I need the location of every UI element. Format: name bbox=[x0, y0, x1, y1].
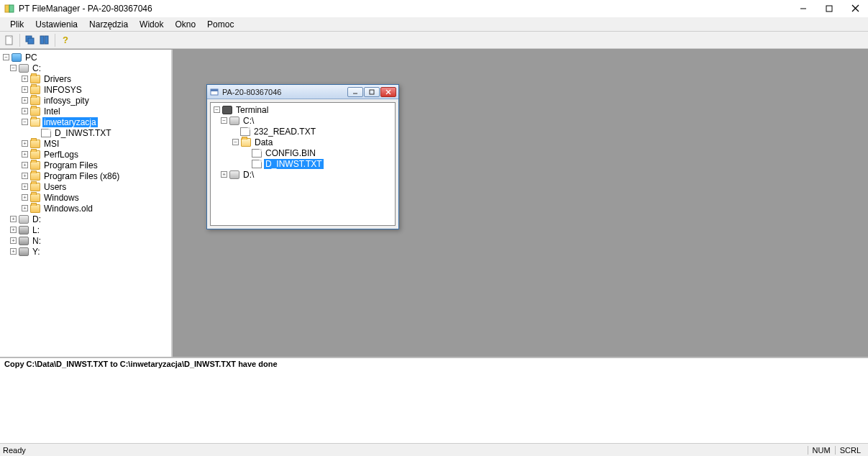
tree-node-pc[interactable]: − PC bbox=[1, 52, 170, 63]
expand-icon[interactable]: + bbox=[22, 86, 28, 93]
tree-node-c-drive[interactable]: − C: bbox=[1, 63, 170, 73]
menu-tools[interactable]: Narzędzia bbox=[83, 18, 134, 31]
menu-view[interactable]: Widok bbox=[134, 18, 169, 31]
mdi-workspace: PA-20-80367046 − Terminal bbox=[173, 50, 868, 357]
collapse-icon[interactable]: − bbox=[221, 117, 227, 124]
minimize-button[interactable] bbox=[790, 0, 816, 17]
expand-icon[interactable]: + bbox=[10, 227, 17, 233]
expand-icon[interactable]: + bbox=[10, 237, 17, 244]
remote-tree-pane[interactable]: − Terminal − C:\ bbox=[210, 102, 396, 226]
tree-node-d-drive[interactable]: +D:\ bbox=[212, 169, 393, 180]
tree-node-d-drive[interactable]: +D: bbox=[1, 214, 170, 224]
window-titlebar: PT FileManager - PA-20-80367046 bbox=[0, 0, 868, 17]
tree-label: MSI bbox=[42, 139, 60, 149]
cascade-button[interactable] bbox=[24, 34, 37, 47]
child-window[interactable]: PA-20-80367046 − Terminal bbox=[206, 84, 399, 229]
tree-node-file[interactable]: 232_READ.TXT bbox=[212, 126, 393, 137]
child-minimize-button[interactable] bbox=[347, 87, 363, 97]
tree-label: Program Files bbox=[42, 160, 99, 170]
tree-label: Intel bbox=[42, 106, 62, 117]
collapse-icon[interactable]: − bbox=[22, 119, 28, 125]
folder-icon bbox=[30, 150, 40, 159]
tile-button[interactable] bbox=[38, 34, 51, 47]
tree-node-folder-selected[interactable]: −inwetaryzacja bbox=[1, 117, 170, 127]
tree-label: CONFIG.BIN bbox=[264, 148, 317, 158]
expand-icon[interactable]: + bbox=[221, 171, 227, 178]
folder-icon bbox=[30, 193, 40, 202]
tree-node-folder[interactable]: +Windows.old bbox=[1, 203, 170, 214]
new-button[interactable] bbox=[3, 34, 16, 47]
collapse-icon[interactable]: − bbox=[214, 106, 220, 113]
collapse-icon[interactable]: − bbox=[232, 139, 239, 145]
app-icon bbox=[4, 4, 14, 14]
expand-icon[interactable]: + bbox=[22, 205, 28, 211]
tree-label: D_INWST.TXT bbox=[264, 159, 324, 169]
tree-node-file[interactable]: CONFIG.BIN bbox=[212, 147, 393, 158]
menu-settings[interactable]: Ustawienia bbox=[29, 18, 83, 31]
expand-icon[interactable]: + bbox=[22, 183, 28, 190]
tree-label: inwetaryzacja bbox=[42, 117, 98, 127]
tree-node-c-drive[interactable]: − C:\ bbox=[212, 115, 393, 126]
status-num: NUM bbox=[808, 446, 835, 455]
tree-label: D:\ bbox=[242, 170, 255, 180]
close-button[interactable] bbox=[842, 0, 868, 17]
tree-node-terminal[interactable]: − Terminal bbox=[212, 104, 393, 115]
expand-icon[interactable]: + bbox=[22, 194, 28, 201]
tree-node-folder[interactable]: +Drivers bbox=[1, 73, 170, 84]
svg-rect-11 bbox=[45, 36, 48, 44]
expand-icon[interactable]: + bbox=[22, 108, 28, 114]
tree-node-folder[interactable]: +Program Files bbox=[1, 160, 170, 170]
menu-help[interactable]: Pomoc bbox=[201, 18, 239, 31]
expand-icon[interactable]: + bbox=[22, 76, 28, 82]
expand-icon[interactable]: + bbox=[10, 248, 17, 255]
help-button[interactable]: ? bbox=[59, 34, 72, 47]
tree-node-folder[interactable]: +Program Files (x86) bbox=[1, 170, 170, 181]
tree-node-folder[interactable]: +infosys_pity bbox=[1, 95, 170, 106]
file-icon bbox=[252, 149, 262, 158]
tree-node-folder[interactable]: +Intel bbox=[1, 106, 170, 117]
network-drive-icon bbox=[19, 247, 29, 256]
collapse-icon[interactable]: − bbox=[3, 54, 9, 60]
tree-node-y-drive[interactable]: +Y: bbox=[1, 246, 170, 257]
expand-icon[interactable]: + bbox=[22, 97, 28, 104]
main-area: − PC − C: +Drivers +INFOSYS bbox=[0, 49, 868, 357]
tree-label: INFOSYS bbox=[42, 85, 83, 95]
tree-label: Windows.old bbox=[42, 204, 94, 214]
svg-rect-13 bbox=[211, 89, 218, 91]
tree-node-file[interactable]: D_INWST.TXT bbox=[1, 127, 170, 138]
expand-icon[interactable]: + bbox=[22, 151, 28, 158]
svg-rect-9 bbox=[28, 38, 34, 44]
expand-icon[interactable]: + bbox=[10, 216, 17, 222]
tree-label: C:\ bbox=[242, 116, 255, 126]
tree-node-folder[interactable]: +PerfLogs bbox=[1, 149, 170, 160]
log-pane[interactable]: Copy C:\Data\D_INWST.TXT to C:\inwetaryz… bbox=[0, 357, 868, 443]
menu-window[interactable]: Okno bbox=[169, 18, 201, 31]
expand-icon[interactable]: + bbox=[22, 162, 28, 168]
svg-rect-3 bbox=[826, 6, 832, 12]
child-maximize-button[interactable] bbox=[364, 87, 380, 97]
tree-label: 232_READ.TXT bbox=[252, 127, 317, 137]
local-tree-pane[interactable]: − PC − C: +Drivers +INFOSYS bbox=[0, 50, 173, 357]
tree-node-file-selected[interactable]: D_INWST.TXT bbox=[212, 158, 393, 169]
tree-node-folder[interactable]: −Data bbox=[212, 137, 393, 147]
terminal-icon bbox=[222, 106, 232, 114]
expand-icon[interactable]: + bbox=[22, 173, 28, 179]
tree-label: PerfLogs bbox=[42, 150, 80, 160]
tree-label: D: bbox=[31, 214, 42, 224]
network-drive-icon bbox=[19, 237, 29, 245]
maximize-button[interactable] bbox=[816, 0, 842, 17]
child-window-titlebar[interactable]: PA-20-80367046 bbox=[207, 85, 398, 99]
file-icon bbox=[240, 127, 250, 136]
tree-label: PC bbox=[24, 53, 39, 63]
tree-node-folder[interactable]: +INFOSYS bbox=[1, 84, 170, 95]
tree-node-folder[interactable]: +Windows bbox=[1, 192, 170, 203]
tree-node-folder[interactable]: +Users bbox=[1, 181, 170, 192]
child-close-button[interactable] bbox=[380, 87, 396, 97]
tree-node-l-drive[interactable]: +L: bbox=[1, 224, 170, 235]
expand-icon[interactable]: + bbox=[22, 140, 28, 147]
tree-node-folder[interactable]: +MSI bbox=[1, 138, 170, 149]
toolbar-separator bbox=[55, 34, 55, 47]
tree-node-n-drive[interactable]: +N: bbox=[1, 235, 170, 246]
collapse-icon[interactable]: − bbox=[10, 65, 17, 71]
menu-file[interactable]: Plik bbox=[4, 18, 29, 31]
